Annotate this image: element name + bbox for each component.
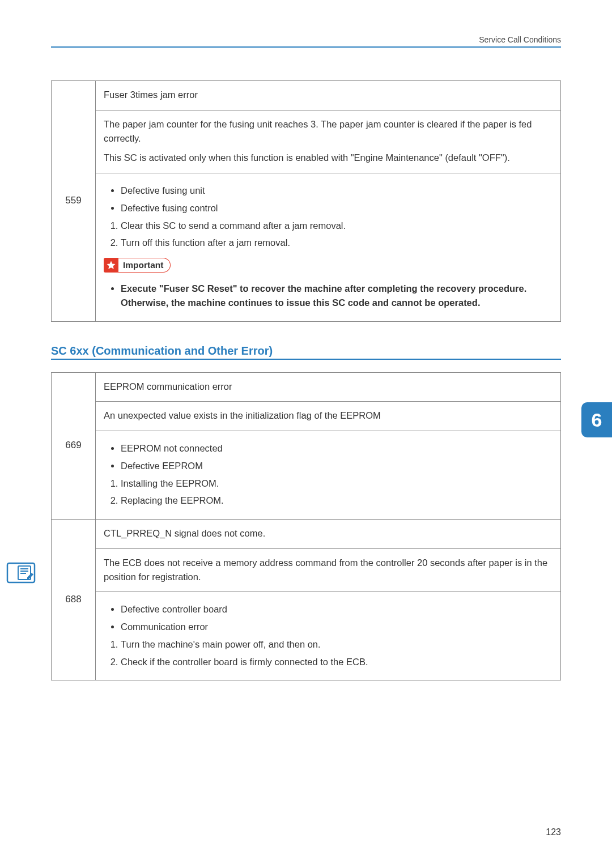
sc-desc: An unexpected value exists in the initia… bbox=[104, 410, 381, 420]
sc-title: EEPROM communication error bbox=[104, 381, 232, 392]
sc-table-6xx: 669 EEPROM communication error An unexpe… bbox=[51, 372, 561, 681]
page-number: 123 bbox=[546, 827, 561, 837]
sc-bullet-list: Defective fusing unit Defective fusing c… bbox=[104, 184, 552, 215]
list-item: Defective fusing control bbox=[121, 201, 552, 215]
important-note-list: Execute "Fuser SC Reset" to recover the … bbox=[104, 282, 552, 310]
sc-desc-p2: This SC is activated only when this func… bbox=[104, 151, 552, 165]
list-item: Turn the machine's main power off, and t… bbox=[121, 637, 552, 652]
section-heading: SC 6xx (Communication and Other Error) bbox=[51, 344, 561, 358]
list-item: Installing the EEPROM. bbox=[121, 476, 552, 491]
important-label: Important bbox=[118, 258, 171, 273]
sc-title-cell: CTL_PRREQ_N signal does not come. bbox=[96, 520, 561, 549]
sc-desc-cell: The ECB does not receive a memory addres… bbox=[96, 548, 561, 592]
list-item: EEPROM not connected bbox=[121, 441, 552, 456]
sc-desc-cell: The paper jam counter for the fusing uni… bbox=[96, 110, 561, 173]
sc-step-list: Clear this SC to send a command after a … bbox=[104, 219, 552, 250]
sc-code-cell: 688 bbox=[52, 520, 96, 680]
chapter-number: 6 bbox=[592, 409, 602, 431]
chapter-badge: 6 bbox=[581, 402, 612, 437]
sc-causes-cell: Defective controller board Communication… bbox=[96, 592, 561, 680]
sc-desc-cell: An unexpected value exists in the initia… bbox=[96, 402, 561, 431]
sc-code-cell: 669 bbox=[52, 372, 96, 520]
sc-title: Fuser 3times jam error bbox=[104, 90, 198, 100]
sc-code-cell: 559 bbox=[52, 81, 96, 322]
sc-title-cell: EEPROM communication error bbox=[96, 372, 561, 402]
list-item: Defective EEPROM bbox=[121, 459, 552, 473]
sc-causes-cell: EEPROM not connected Defective EEPROM In… bbox=[96, 431, 561, 520]
header-rule bbox=[51, 46, 561, 48]
important-badge: Important bbox=[104, 258, 171, 273]
sc-causes-cell: Defective fusing unit Defective fusing c… bbox=[96, 173, 561, 322]
sc-step-list: Turn the machine's main power off, and t… bbox=[104, 637, 552, 669]
list-item: Check if the controller board is firmly … bbox=[121, 655, 552, 669]
sc-code-value: 688 bbox=[65, 594, 81, 605]
list-item: Communication error bbox=[121, 620, 552, 634]
sc-desc: The ECB does not receive a memory addres… bbox=[104, 558, 547, 582]
sc-title-cell: Fuser 3times jam error bbox=[96, 81, 561, 110]
sc-bullet-list: Defective controller board Communication… bbox=[104, 602, 552, 634]
sc-step-list: Installing the EEPROM. Replacing the EEP… bbox=[104, 476, 552, 508]
sc-title: CTL_PRREQ_N signal does not come. bbox=[104, 528, 265, 538]
page: Service Call Conditions 559 Fuser 3times… bbox=[0, 0, 612, 868]
list-item: Defective fusing unit bbox=[121, 184, 552, 198]
margin-note-icon bbox=[6, 561, 36, 584]
sc-table-559: 559 Fuser 3times jam error The paper jam… bbox=[51, 80, 561, 322]
section-rule bbox=[51, 359, 561, 360]
star-icon bbox=[104, 258, 118, 273]
sc-code-value: 669 bbox=[65, 440, 81, 450]
header-section-title: Service Call Conditions bbox=[51, 35, 561, 44]
list-item: Clear this SC to send a command after a … bbox=[121, 219, 552, 233]
list-item: Defective controller board bbox=[121, 602, 552, 616]
important-note: Execute "Fuser SC Reset" to recover the … bbox=[121, 282, 552, 310]
sc-bullet-list: EEPROM not connected Defective EEPROM bbox=[104, 441, 552, 473]
list-item: Turn off this function after a jam remov… bbox=[121, 236, 552, 250]
list-item: Replacing the EEPROM. bbox=[121, 493, 552, 508]
sc-desc-p1: The paper jam counter for the fusing uni… bbox=[104, 117, 552, 146]
sc-code-value: 559 bbox=[65, 195, 81, 206]
svg-marker-0 bbox=[107, 261, 116, 269]
